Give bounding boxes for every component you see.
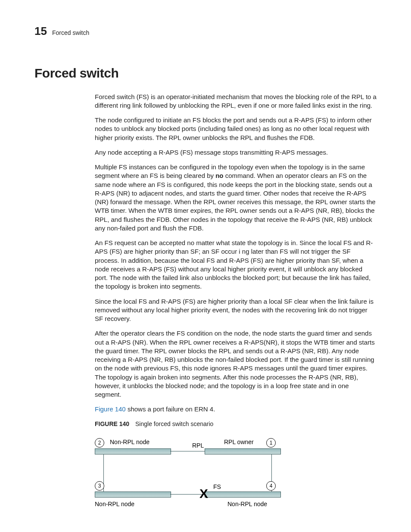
paragraph: Figure 140 shows a port failure on ERN 4…	[95, 405, 377, 414]
paragraph: The node configured to initiate an FS bl…	[95, 116, 377, 142]
node-number: 2	[98, 439, 101, 446]
figure-caption: FIGURE 140 Single forced switch scenario	[95, 420, 377, 428]
paragraph: Any node accepting a R-APS (FS) message …	[95, 148, 377, 157]
fs-block-icon: X	[199, 487, 208, 500]
node-circle-1: 1	[266, 438, 276, 448]
paragraph: Forced switch (FS) is an operator-initia…	[95, 93, 377, 110]
node-number: 3	[98, 482, 101, 489]
node-number: 4	[270, 482, 273, 489]
node-label: RPL owner	[224, 438, 254, 446]
node-bar	[205, 448, 281, 454]
figure-reference-link[interactable]: Figure 140	[95, 405, 126, 413]
command-word: no	[215, 172, 223, 179]
diagram: 2 Non-RPL node RPL owner 1 RPL 3 Non-RPL…	[95, 435, 280, 525]
paragraph: An FS request can be accepted no matter …	[95, 239, 377, 291]
node-bar	[205, 492, 281, 498]
figure-label: FIGURE 140	[95, 420, 129, 427]
node-bar	[95, 448, 171, 454]
figure-caption-text: Single forced switch scenario	[135, 420, 213, 427]
chapter-label: Forced switch	[52, 29, 89, 37]
page: 15 Forced switch Forced switch Forced sw…	[0, 0, 411, 532]
node-number: 1	[270, 439, 273, 446]
node-label: Non-RPL node	[110, 438, 149, 446]
text: command. When an operator clears an FS o…	[95, 172, 376, 232]
rpl-label: RPL	[192, 442, 204, 450]
node-label: Non-RPL node	[227, 500, 267, 508]
node-circle-4: 4	[266, 481, 276, 491]
paragraph: Multiple FS instances can be configured …	[95, 163, 377, 233]
chapter-number: 15	[34, 24, 47, 39]
node-label: Non-RPL node	[95, 500, 134, 508]
node-circle-3: 3	[95, 481, 104, 491]
node-bar	[95, 492, 171, 498]
link-horizontal	[170, 451, 205, 451]
body-content: Forced switch (FS) is an operator-initia…	[95, 93, 377, 526]
text: shows a port failure on ERN 4.	[126, 405, 215, 413]
node-circle-2: 2	[95, 438, 104, 448]
paragraph: Since the local FS and R-APS (FS) are hi…	[95, 297, 377, 324]
paragraph: After the operator clears the FS conditi…	[95, 329, 377, 399]
page-title: Forced switch	[34, 65, 377, 82]
fs-label: FS	[213, 483, 221, 491]
page-header: 15 Forced switch	[34, 24, 377, 39]
